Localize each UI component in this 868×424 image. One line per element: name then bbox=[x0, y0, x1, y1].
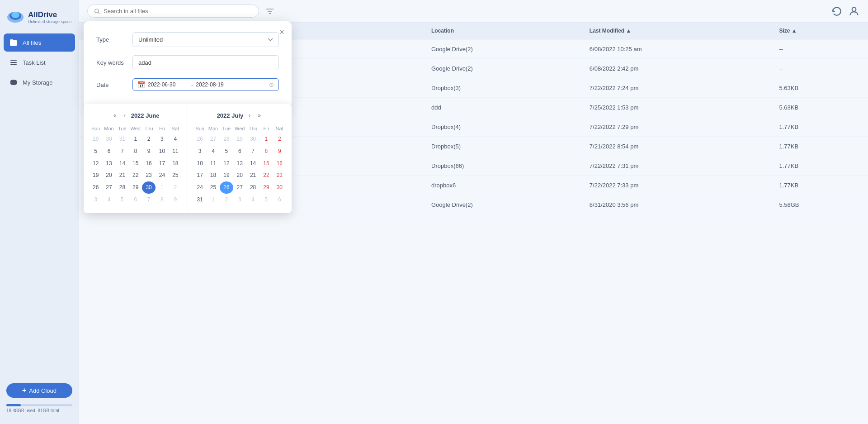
cal-day[interactable]: 12 bbox=[89, 157, 102, 170]
cal-day[interactable]: 8 bbox=[156, 194, 169, 206]
cal-day[interactable]: 27 bbox=[207, 133, 220, 145]
cal-day[interactable]: 26 bbox=[89, 181, 102, 194]
cal-day[interactable]: 2 bbox=[273, 133, 286, 145]
cal-day[interactable]: 20 bbox=[102, 169, 115, 181]
filter-type-select[interactable]: Unlimited Images Documents Videos bbox=[132, 32, 279, 47]
cal-day[interactable]: 14 bbox=[116, 157, 129, 170]
cal-day[interactable]: 15 bbox=[129, 157, 142, 170]
cal-day[interactable]: 28 bbox=[220, 133, 233, 145]
cal-day[interactable]: 22 bbox=[259, 169, 273, 181]
cal-day[interactable]: 9 bbox=[169, 194, 182, 206]
cal-day[interactable]: 24 bbox=[193, 181, 207, 194]
cal-day[interactable]: 4 bbox=[169, 133, 182, 145]
cal-day[interactable]: 20 bbox=[233, 169, 246, 181]
cal-day[interactable]: 9 bbox=[142, 145, 155, 157]
cal-day[interactable]: 7 bbox=[116, 145, 129, 157]
user-avatar-icon[interactable] bbox=[848, 5, 860, 17]
cal-day[interactable]: 16 bbox=[142, 157, 155, 170]
date-range-clear-button[interactable]: ⊙ bbox=[269, 81, 274, 88]
cal-day[interactable]: 6 bbox=[102, 145, 115, 157]
cal-day[interactable]: 6 bbox=[233, 145, 246, 157]
cal-day[interactable]: 8 bbox=[259, 145, 273, 157]
cal-day[interactable]: 15 bbox=[259, 157, 273, 170]
filter-keywords-input[interactable] bbox=[132, 55, 279, 70]
cal-day[interactable]: 23 bbox=[142, 169, 155, 181]
date-end-input[interactable] bbox=[196, 81, 236, 88]
sidebar-item-my-storage[interactable]: My Storage bbox=[4, 73, 75, 91]
refresh-icon[interactable] bbox=[831, 5, 843, 17]
cal-day[interactable]: 11 bbox=[207, 157, 220, 170]
cal-day[interactable]: 30 bbox=[102, 133, 115, 145]
search-box[interactable] bbox=[87, 5, 259, 18]
cal-day[interactable]: 29 bbox=[89, 133, 102, 145]
cal-day[interactable]: 27 bbox=[102, 181, 115, 194]
cal-day[interactable]: 5 bbox=[220, 145, 233, 157]
cal-prev-prev-button[interactable]: « bbox=[112, 111, 118, 119]
cal-day[interactable]: 4 bbox=[246, 194, 259, 206]
cal-day[interactable]: 12 bbox=[220, 157, 233, 170]
cal-day[interactable]: 26 bbox=[193, 133, 207, 145]
cal-day[interactable]: 10 bbox=[156, 145, 169, 157]
cal-day[interactable]: 9 bbox=[273, 145, 286, 157]
cal-day[interactable]: 2 bbox=[142, 133, 155, 145]
cal-day[interactable]: 31 bbox=[116, 133, 129, 145]
cal-day[interactable]: 3 bbox=[233, 194, 246, 206]
cal-day[interactable]: 5 bbox=[89, 145, 102, 157]
cal-day[interactable]: 24 bbox=[156, 169, 169, 181]
cal-day[interactable]: 1 bbox=[129, 133, 142, 145]
cal-day[interactable]: 28 bbox=[246, 181, 259, 194]
cal-day[interactable]: 29 bbox=[259, 181, 273, 194]
cal-day[interactable]: 17 bbox=[156, 157, 169, 170]
cal-day[interactable]: 16 bbox=[273, 157, 286, 170]
cal-day[interactable]: 11 bbox=[169, 145, 182, 157]
cal-day[interactable]: 5 bbox=[116, 194, 129, 206]
cal-day-range-end[interactable]: 26 bbox=[220, 181, 233, 194]
cal-day[interactable]: 28 bbox=[116, 181, 129, 194]
cal-day[interactable]: 25 bbox=[169, 169, 182, 181]
cal-day[interactable]: 21 bbox=[116, 169, 129, 181]
cal-day[interactable]: 17 bbox=[193, 169, 207, 181]
cal-day[interactable]: 8 bbox=[129, 145, 142, 157]
cal-day[interactable]: 13 bbox=[102, 157, 115, 170]
cal-day[interactable]: 19 bbox=[89, 169, 102, 181]
sidebar-item-task-list[interactable]: Task List bbox=[4, 53, 75, 71]
date-range[interactable]: 📅 - ⊙ bbox=[132, 78, 279, 91]
cal-day[interactable]: 13 bbox=[233, 157, 246, 170]
cal-day[interactable]: 5 bbox=[259, 194, 273, 206]
cal-day[interactable]: 30 bbox=[246, 133, 259, 145]
cal-day[interactable]: 4 bbox=[102, 194, 115, 206]
cal-day[interactable]: 1 bbox=[207, 194, 220, 206]
cal-day[interactable]: 6 bbox=[273, 194, 286, 206]
cal-day[interactable]: 23 bbox=[273, 169, 286, 181]
cal-day[interactable]: 31 bbox=[193, 194, 207, 206]
cal-day[interactable]: 21 bbox=[246, 169, 259, 181]
cal-day[interactable]: 22 bbox=[129, 169, 142, 181]
cal-day[interactable]: 7 bbox=[142, 194, 155, 206]
cal-day[interactable]: 27 bbox=[233, 181, 246, 194]
cal-next-button[interactable]: › bbox=[247, 111, 252, 119]
cal-day[interactable]: 14 bbox=[246, 157, 259, 170]
cal-prev-button[interactable]: ‹ bbox=[122, 111, 127, 119]
cal-day[interactable]: 25 bbox=[207, 181, 220, 194]
cal-day[interactable]: 2 bbox=[169, 181, 182, 194]
cal-day[interactable]: 1 bbox=[156, 181, 169, 194]
cal-next-next-button[interactable]: » bbox=[256, 111, 263, 119]
cal-day[interactable]: 29 bbox=[233, 133, 246, 145]
cal-day[interactable]: 19 bbox=[220, 169, 233, 181]
cal-day[interactable]: 7 bbox=[246, 145, 259, 157]
cal-day[interactable]: 10 bbox=[193, 157, 207, 170]
filter-icon[interactable] bbox=[265, 7, 274, 16]
cal-day[interactable]: 18 bbox=[169, 157, 182, 170]
cal-day[interactable]: 29 bbox=[129, 181, 142, 194]
cal-day[interactable]: 3 bbox=[193, 145, 207, 157]
cal-day[interactable]: 4 bbox=[207, 145, 220, 157]
date-start-input[interactable] bbox=[148, 81, 189, 88]
cal-day-selected[interactable]: 30 bbox=[142, 181, 155, 194]
add-cloud-button[interactable]: + Add Cloud bbox=[6, 383, 72, 398]
filter-close-button[interactable]: × bbox=[279, 28, 284, 37]
cal-day[interactable]: 3 bbox=[89, 194, 102, 206]
cal-day[interactable]: 3 bbox=[156, 133, 169, 145]
search-input[interactable] bbox=[104, 8, 252, 14]
cal-day[interactable]: 6 bbox=[129, 194, 142, 206]
cal-day[interactable]: 2 bbox=[220, 194, 233, 206]
